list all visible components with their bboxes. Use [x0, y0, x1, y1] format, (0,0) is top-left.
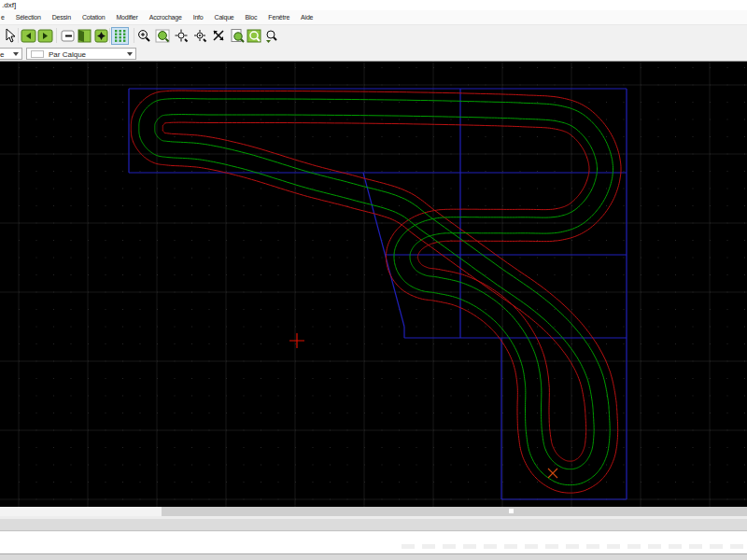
zoom-auto-icon[interactable] — [174, 28, 190, 44]
zoom-previous-icon[interactable] — [211, 28, 227, 44]
cad-application-window: { "window": { "title_fragment": ".dxf]" … — [0, 0, 747, 560]
horizontal-scrollbar[interactable] — [0, 507, 747, 516]
menu-item-info[interactable]: Info — [188, 14, 209, 21]
title-bar: .dxf] — [0, 0, 747, 10]
options-row: e Par Calque — [0, 46, 747, 62]
zoom-window-icon[interactable] — [155, 28, 171, 44]
status-bar — [0, 553, 747, 560]
pen-width-value: e — [0, 50, 4, 59]
pen-color-combo[interactable]: Par Calque — [26, 48, 136, 60]
toolbar-separator — [56, 28, 57, 43]
menu-bar: eSélectionDessinCotationModifierAccrocha… — [0, 10, 747, 25]
chevron-down-icon[interactable] — [10, 49, 21, 58]
zoom-page-icon[interactable] — [230, 28, 246, 44]
zoom-point-icon[interactable] — [192, 28, 208, 44]
command-line-faint-text — [402, 544, 747, 549]
menu-item-cotation[interactable]: Cotation — [77, 14, 110, 21]
select-pointer-icon[interactable] — [3, 28, 19, 44]
menu-item-calque[interactable]: Calque — [209, 14, 240, 21]
toolbar-separator — [134, 28, 134, 43]
menu-item-fentre[interactable]: Fenêtre — [262, 14, 295, 21]
color-swatch — [31, 50, 44, 58]
menu-item-slection[interactable]: Sélection — [10, 14, 47, 21]
scrollbar-mark — [509, 509, 514, 513]
menu-item-accrochage[interactable]: Accrochage — [144, 14, 188, 21]
toolbar — [0, 25, 747, 46]
zoom-pan-icon[interactable] — [263, 28, 279, 44]
menu-item-e[interactable]: e — [0, 14, 10, 21]
zoom-selection-icon[interactable] — [247, 28, 262, 44]
window-title: .dxf] — [2, 1, 16, 9]
layer-panel-icon[interactable] — [77, 28, 92, 44]
drawing-canvas[interactable] — [0, 62, 747, 507]
scrollbar-thumb[interactable] — [0, 507, 162, 516]
grid-snap-icon[interactable] — [112, 28, 128, 44]
menu-item-modifier[interactable]: Modifier — [110, 14, 143, 21]
toolbar-dock-strip — [0, 519, 747, 531]
menu-item-dessin[interactable]: Dessin — [47, 14, 77, 21]
zoom-in-icon[interactable] — [136, 28, 152, 44]
menu-item-bloc[interactable]: Bloc — [240, 14, 263, 21]
block-add-icon[interactable] — [93, 28, 109, 44]
menu-item-aide[interactable]: Aide — [295, 14, 318, 21]
pen-color-value: Par Calque — [49, 50, 86, 59]
remove-view-icon[interactable] — [60, 28, 76, 44]
nav-back-icon[interactable] — [21, 28, 36, 44]
toolbar-separator — [109, 28, 110, 43]
pen-width-combo[interactable]: e — [0, 48, 22, 60]
command-line-area[interactable] — [0, 532, 747, 553]
chevron-down-icon[interactable] — [124, 49, 134, 58]
nav-forward-icon[interactable] — [37, 28, 53, 44]
